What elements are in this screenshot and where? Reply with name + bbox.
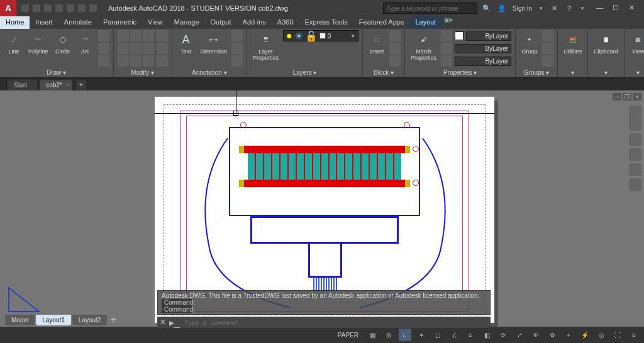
nav-wheel-icon[interactable]: [629, 133, 641, 146]
tab-addins[interactable]: Add-ins: [237, 16, 272, 29]
scale-icon[interactable]: [130, 55, 142, 67]
signin-icon[interactable]: 👤: [497, 4, 506, 13]
ortho-toggle[interactable]: ∟: [399, 329, 411, 341]
polyline-button[interactable]: 〰Polyline: [26, 30, 50, 56]
explode-icon[interactable]: [157, 43, 168, 54]
orbit-icon[interactable]: [629, 178, 641, 191]
maximize-button[interactable]: ☐: [613, 4, 621, 13]
panel-properties-title[interactable]: Properties ▾: [409, 67, 511, 77]
vp-min-icon[interactable]: —: [613, 93, 621, 101]
paper-space[interactable]: [155, 97, 494, 323]
pan-icon[interactable]: [629, 148, 641, 161]
close-button[interactable]: ✕: [629, 4, 638, 13]
help-icon[interactable]: ?: [565, 4, 574, 13]
qat-new-icon[interactable]: [21, 4, 29, 12]
tab-annotate[interactable]: Annotate: [58, 16, 97, 29]
command-input[interactable]: [180, 319, 491, 326]
tab-manage[interactable]: Manage: [169, 16, 205, 29]
group-sel-icon[interactable]: [542, 55, 553, 67]
tab-featured[interactable]: Featured Apps: [353, 16, 410, 29]
qat-saveas-icon[interactable]: [55, 4, 63, 12]
ellipse-icon[interactable]: [98, 55, 109, 67]
lineweight-dropdown[interactable]: ByLayer: [455, 44, 511, 53]
panel-block-title[interactable]: Block ▾: [367, 67, 401, 77]
insert-block-button[interactable]: ⬚Insert: [367, 30, 387, 56]
viewcube[interactable]: [629, 106, 641, 131]
rectangle-icon[interactable]: [98, 30, 109, 41]
panel-clipboard-title[interactable]: ▾: [592, 67, 620, 77]
utilities-button[interactable]: 🧮Utilities: [562, 30, 584, 56]
panel-annotation-title[interactable]: Annotation ▾: [176, 67, 243, 77]
tab-express[interactable]: Express Tools: [299, 16, 353, 29]
panel-groups-title[interactable]: Groups ▾: [519, 67, 553, 77]
doc-tab-file[interactable]: cob2*×: [40, 80, 72, 90]
polar-toggle[interactable]: ✦: [415, 329, 428, 341]
doc-tab-start[interactable]: Start: [8, 80, 37, 90]
attrib-icon[interactable]: [389, 55, 401, 67]
anno-monitor[interactable]: +: [562, 329, 575, 341]
current-layer-dropdown[interactable]: ●☀🔓 0 ▼: [283, 30, 358, 41]
hardware-accel[interactable]: ⚡: [579, 329, 591, 341]
linetype-dropdown[interactable]: ByLayer: [455, 57, 511, 66]
arc-button[interactable]: ◠Arc: [75, 30, 96, 56]
anno-scale[interactable]: ⤢: [513, 329, 526, 341]
workspace-switch[interactable]: ⚙: [546, 329, 558, 341]
osnap-toggle[interactable]: ◻: [431, 329, 444, 341]
ungroup-icon[interactable]: [542, 30, 553, 41]
vp-restore-icon[interactable]: ❐: [623, 93, 631, 101]
stretch-icon[interactable]: [118, 55, 129, 67]
color-swatch[interactable]: [455, 31, 464, 40]
create-block-icon[interactable]: [389, 30, 401, 41]
transparency-toggle[interactable]: ◧: [480, 329, 493, 341]
mtext-icon[interactable]: [231, 55, 243, 67]
clean-screen[interactable]: ⛶: [611, 329, 624, 341]
qat-redo-icon[interactable]: [89, 4, 97, 12]
signin-dropdown-icon[interactable]: ▼: [538, 6, 543, 11]
panel-view-title[interactable]: ▾: [628, 67, 644, 77]
vp-close-icon[interactable]: ×: [633, 93, 641, 101]
minimize-button[interactable]: —: [596, 4, 605, 13]
commandline-recent-icon[interactable]: ▸_: [169, 317, 180, 328]
anno-vis[interactable]: 👁: [530, 329, 542, 341]
hatch-icon[interactable]: [98, 43, 109, 54]
circle-button[interactable]: ◯Circle: [53, 30, 73, 56]
panel-layers-title[interactable]: Layers ▾: [251, 67, 358, 77]
tab-a360[interactable]: A360: [272, 16, 299, 29]
space-indicator[interactable]: PAPER: [334, 332, 362, 339]
ribbon-pin-icon[interactable]: ▣▾: [444, 16, 453, 29]
qat-save-icon[interactable]: [44, 4, 52, 12]
qat-undo-icon[interactable]: [78, 4, 86, 12]
lineweight-toggle[interactable]: ≡: [464, 329, 477, 341]
add-doc-tab[interactable]: +: [76, 80, 86, 90]
exchange-icon[interactable]: ✕: [550, 4, 558, 13]
tab-home[interactable]: Home: [0, 16, 30, 29]
group-button[interactable]: ✦Group: [519, 30, 540, 56]
array-icon[interactable]: [143, 55, 154, 67]
customize-status[interactable]: ≡: [628, 329, 640, 341]
layout-tab-layout1[interactable]: Layout1: [36, 315, 71, 325]
line-button[interactable]: ／Line: [4, 30, 24, 56]
match-properties-button[interactable]: 🖌Match Properties: [409, 30, 438, 62]
table-icon[interactable]: [231, 43, 243, 54]
qat-plot-icon[interactable]: [67, 4, 74, 12]
trim-icon[interactable]: [143, 30, 154, 41]
fillet-icon[interactable]: [143, 43, 154, 54]
tab-layout[interactable]: Layout: [409, 16, 441, 29]
leader-icon[interactable]: [231, 30, 243, 41]
move-icon[interactable]: [118, 30, 129, 41]
tab-insert[interactable]: Insert: [30, 16, 58, 29]
panel-modify-title[interactable]: Modify ▾: [118, 67, 168, 77]
offset-icon[interactable]: [157, 55, 168, 67]
group-edit-icon[interactable]: [542, 43, 553, 54]
commandline-close-icon[interactable]: ×: [157, 317, 169, 328]
doc-tab-close-icon[interactable]: ×: [66, 82, 69, 88]
help-dropdown-icon[interactable]: ▼: [580, 6, 585, 11]
tab-output[interactable]: Output: [205, 16, 237, 29]
isolate-objects[interactable]: ◎: [595, 329, 608, 341]
zoom-icon[interactable]: [629, 163, 641, 176]
tab-parametric[interactable]: Parametric: [97, 16, 142, 29]
mirror-icon[interactable]: [130, 43, 142, 54]
view-button[interactable]: ▦View: [628, 30, 644, 56]
app-logo[interactable]: A: [0, 0, 16, 16]
cycling-toggle[interactable]: ⟳: [497, 329, 509, 341]
